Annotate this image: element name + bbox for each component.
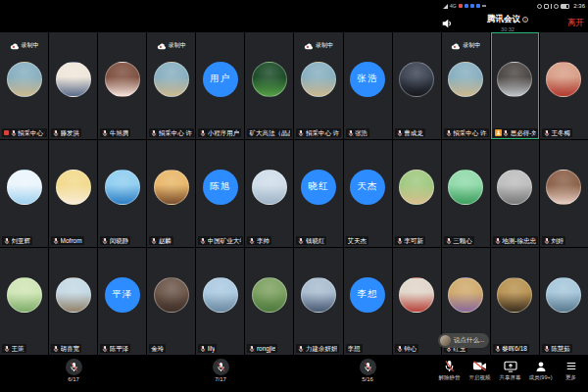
participant-name: 刘亚辉 [12,236,31,245]
participant-tile[interactable]: 三颗心 [442,140,490,247]
leave-button[interactable]: 离开 [567,18,584,29]
participant-tile[interactable]: 闵晓静 [98,140,146,247]
name-bar: 李可新 [395,236,425,245]
participant-tile[interactable]: Mofrom [49,140,97,247]
recording-badge: 录制中 [294,36,342,54]
audio-page-indicator[interactable]: 7/17 [201,359,240,382]
participant-tile[interactable]: 金玲 [147,248,195,355]
toolbar-button-camera-muted[interactable]: 开启视频 [465,360,495,381]
name-bar: 胡喜宽 [51,344,81,353]
participant-tile[interactable]: 用户小程序用户 [196,32,244,139]
participant-tile[interactable]: 陈慧茹 [540,248,588,355]
name-bar: 地测-徐忠忠 [493,236,538,245]
participant-tile[interactable]: 录制中招采中心 许欣 [147,32,195,139]
participant-tile[interactable]: 刘亚辉 [0,140,48,247]
meeting-title: 腾讯会议 [487,14,520,25]
recording-label: 录制中 [463,41,480,50]
host-badge-icon [495,129,502,136]
info-icon[interactable]: i [522,17,528,23]
recording-badge: 录制中 [0,36,48,54]
participant-tile[interactable]: 滕发洪 [49,32,97,139]
participant-tile[interactable]: 录制中招采中心 许欣 [442,32,490,139]
mic-muted-icon [544,129,550,137]
toolbar-button-screen-share[interactable]: 共享屏幕 [495,360,525,381]
participant-tile[interactable]: 李帅 [245,140,293,247]
toolbar-button-more[interactable]: 更多 [556,360,586,381]
signal-icon [443,4,448,9]
name-bar: 王冬梅 [542,128,572,137]
participant-name: 张浩 [355,128,368,137]
participant-tile[interactable]: 思必得-刘学 [491,32,539,139]
audio-page-indicator[interactable]: 6/17 [54,359,93,382]
participant-tile[interactable]: 李想李想 [344,248,392,355]
name-bar: 黎晖6/18 [493,344,529,353]
participant-tile[interactable]: 录制中招采中心 许欣 [0,32,48,139]
avatar-image [252,277,287,313]
participant-tile[interactable]: 矿大高法（晶晶） [245,32,293,139]
speaker-icon[interactable] [441,16,453,33]
clock-time: 2:36 [573,3,585,9]
video-grid: 录制中招采中心 许欣滕发洪牛旭腾录制中招采中心 许欣用户小程序用户矿大高法（晶晶… [0,32,588,355]
avatar-initials: 李想 [350,277,385,313]
participant-name: 三颗心 [453,236,472,245]
participant-tile[interactable]: 胡喜宽 [49,248,97,355]
name-bar: 张浩 [346,128,370,137]
participant-name: 艾天杰 [348,236,368,245]
mic-muted-icon [53,237,59,245]
name-bar: 矿大高法（晶晶） [247,128,292,137]
participant-tile[interactable]: 录制中招采中心 许欣 [294,32,342,139]
audio-page-indicator[interactable]: 5/16 [348,359,387,382]
name-bar: 力建余妍妍 [296,344,339,353]
name-bar: lily [198,344,217,353]
participant-tile[interactable]: 牛旭腾 [98,32,146,139]
avatar-initials: 张浩 [350,62,385,97]
participant-tile[interactable]: 曹成龙 [393,32,441,139]
mic-muted-icon [102,237,108,245]
title-bar: 腾讯会议 i 30:32 离开 [0,12,588,32]
participant-tile[interactable]: 晓红钱晓红 [294,140,342,247]
status-bar: 4G 2:36 [0,0,588,12]
participant-tile[interactable]: 陈旭中国矿业大学（… [196,140,244,247]
toolbar-button-mic-muted[interactable]: 解除静音 [434,360,465,381]
avatar-image [546,170,581,205]
avatar-initials: 用户 [203,62,238,97]
avatar-image [252,170,287,205]
participant-tile[interactable]: 地测-徐忠忠 [491,140,539,247]
participant-tile[interactable]: 李可新 [393,140,441,247]
participant-tile[interactable]: rongjie [245,248,293,355]
participant-tile[interactable]: 赵麟 [147,140,195,247]
participant-tile[interactable]: 平泽陈平泽 [98,248,146,355]
meeting-screen: 4G 2:36 腾讯会议 i 30:32 离开 录制中招采中心 许欣滕发洪牛旭腾… [0,0,588,392]
screenshot-icon [544,4,549,9]
participant-tile[interactable]: 力建余妍妍 [294,248,342,355]
avatar-image [399,62,434,97]
status-right-group: 2:36 [537,3,585,9]
recording-badge: 录制中 [442,36,490,54]
recording-badge: 录制中 [147,36,195,54]
participant-tile[interactable]: 钟心 [393,248,441,355]
toolbar-button-members[interactable]: 成员(99+) [525,360,556,381]
participant-name: 招采中心 许欣 [306,128,340,137]
participant-tile[interactable]: 王冬梅 [540,32,588,139]
participant-tile[interactable]: 天杰艾天杰 [344,140,392,247]
mic-muted-icon [53,345,59,353]
chat-input-pill[interactable]: 说点什么... [438,333,489,348]
participant-tile[interactable]: 张浩张浩 [344,32,392,139]
avatar-image [154,62,189,97]
mic-muted-icon [66,359,82,375]
participant-tile[interactable]: 王策 [0,248,48,355]
recording-label: 录制中 [316,41,333,50]
participant-name: 王冬梅 [551,128,570,137]
mic-muted-icon [4,237,10,245]
alarm-icon [537,4,542,9]
participant-tile[interactable]: lily [196,248,244,355]
participant-tile[interactable]: 黎晖6/18 [491,248,539,355]
avatar-image [7,170,42,205]
name-bar: 刘亚辉 [2,236,32,245]
name-bar: 闵晓静 [100,236,130,245]
participant-tile[interactable]: 刘婷 [540,140,588,247]
meeting-title-block: 腾讯会议 i 30:32 [459,14,557,32]
name-bar: 思必得-刘学 [493,128,538,137]
notification-app-icon [470,4,474,8]
participant-name: 力建余妍妍 [306,344,338,353]
